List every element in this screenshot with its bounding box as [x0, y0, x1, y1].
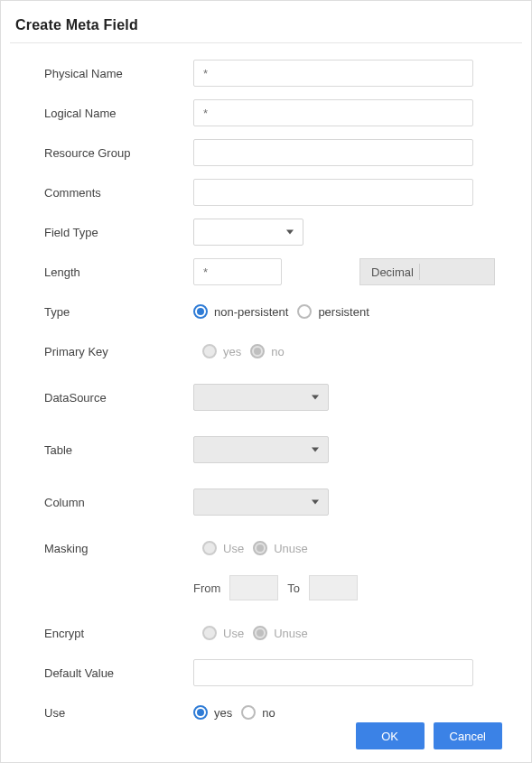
chevron-down-icon — [286, 230, 294, 235]
length-input[interactable] — [193, 258, 282, 285]
label-length: Length — [44, 265, 193, 279]
label-column: Column — [44, 496, 193, 509]
chevron-down-icon — [312, 395, 319, 400]
radio-disabled-icon — [202, 541, 217, 555]
primarykey-yes-radio: yes — [202, 344, 241, 358]
radio-disabled-selected-icon — [253, 626, 267, 640]
label-type: Type — [44, 305, 193, 319]
label-table: Table — [44, 443, 193, 457]
type-nonpersistent-radio[interactable]: non-persistent — [193, 304, 288, 319]
label-use: Use — [44, 706, 193, 720]
default-value-input[interactable] — [193, 659, 473, 686]
label-masking: Masking — [44, 542, 193, 555]
radio-selected-icon — [193, 304, 208, 319]
label-datasource: DataSource — [44, 391, 193, 405]
label-physical-name: Physical Name — [44, 67, 193, 80]
radio-disabled-selected-icon — [253, 541, 267, 555]
datasource-select[interactable] — [193, 384, 329, 411]
label-default-value: Default Value — [44, 666, 193, 680]
table-select[interactable] — [193, 436, 329, 463]
masking-to-input — [309, 575, 358, 600]
radio-disabled-icon — [202, 626, 217, 640]
logical-name-input[interactable] — [193, 99, 473, 126]
field-type-select[interactable] — [193, 219, 303, 246]
column-select[interactable] — [193, 489, 329, 516]
masking-from-input — [229, 575, 278, 600]
ok-button[interactable]: OK — [356, 722, 425, 749]
radio-disabled-selected-icon — [250, 344, 265, 358]
use-no-radio[interactable]: no — [241, 705, 275, 720]
resource-group-input[interactable] — [193, 139, 473, 166]
create-meta-field-dialog: Create Meta Field Physical Name Logical … — [0, 0, 532, 763]
dialog-title: Create Meta Field — [10, 17, 522, 43]
type-persistent-radio[interactable]: persistent — [297, 304, 369, 319]
form-body: Physical Name Logical Name Resource Grou… — [10, 43, 522, 726]
masking-unuse-radio: Unuse — [253, 541, 308, 555]
label-encrypt: Encrypt — [44, 627, 193, 640]
label-to: To — [287, 582, 300, 595]
label-from: From — [193, 582, 220, 595]
radio-selected-icon — [193, 705, 208, 720]
chevron-down-icon — [312, 448, 319, 452]
masking-use-radio: Use — [202, 541, 244, 555]
cancel-button[interactable]: Cancel — [434, 722, 502, 749]
radio-unselected-icon — [241, 705, 256, 720]
label-field-type: Field Type — [44, 226, 193, 239]
chevron-down-icon — [312, 500, 319, 505]
use-yes-radio[interactable]: yes — [193, 705, 232, 720]
radio-disabled-icon — [202, 344, 217, 358]
dialog-footer: OK Cancel — [356, 722, 502, 749]
primarykey-no-radio: no — [250, 344, 284, 358]
label-comments: Comments — [44, 186, 193, 200]
physical-name-input[interactable] — [193, 60, 473, 87]
encrypt-unuse-radio: Unuse — [253, 626, 308, 640]
label-primary-key: Primary Key — [44, 345, 193, 358]
label-resource-group: Resource Group — [44, 146, 193, 160]
decimal-button[interactable]: Decimal — [359, 258, 495, 285]
comments-input[interactable] — [193, 179, 473, 206]
label-logical-name: Logical Name — [44, 107, 193, 120]
radio-unselected-icon — [297, 304, 312, 319]
encrypt-use-radio: Use — [202, 626, 244, 640]
decimal-button-label: Decimal — [371, 265, 414, 279]
